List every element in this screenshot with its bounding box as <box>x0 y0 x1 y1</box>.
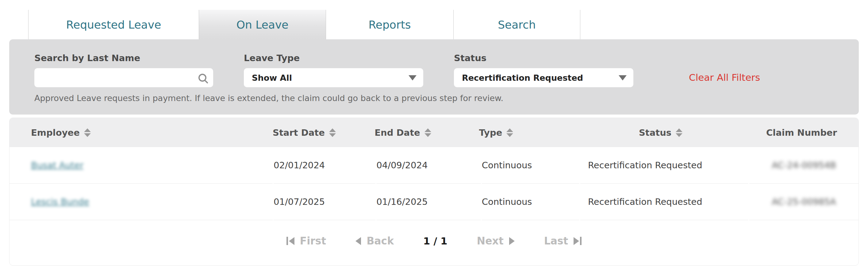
end-date-cell: 01/16/2025 <box>376 184 480 220</box>
claim-number-cell: AC-24-00954B <box>749 147 859 184</box>
column-header-status[interactable]: Status <box>577 128 745 138</box>
employee-cell: Lescis Bunde <box>9 184 273 220</box>
column-header-employee[interactable]: Employee <box>9 128 273 138</box>
filter-helper-text: Approved Leave requests in payment. If l… <box>34 93 859 103</box>
filter-panel: Search by Last Name Leave Type Show All … <box>9 39 859 115</box>
status-cell: Recertification Requested <box>580 184 748 220</box>
column-header-type[interactable]: Type <box>479 128 577 138</box>
pagination-next-button[interactable]: Next <box>477 235 515 247</box>
employee-link-redacted[interactable]: Lescis Bunde <box>31 197 89 207</box>
type-cell: Continuous <box>482 184 579 220</box>
claim-number-redacted: AC-25-00985A <box>772 197 836 207</box>
table-row: Lescis Bunde 01/07/2025 01/16/2025 Conti… <box>9 184 859 220</box>
pagination-back-label: Back <box>367 235 394 247</box>
column-header-label: Claim Number <box>766 128 837 138</box>
column-header-label: End Date <box>374 128 420 138</box>
sort-up-down-icon[interactable] <box>329 128 336 137</box>
claim-number-redacted: AC-24-00954B <box>772 160 836 170</box>
last-name-search-field <box>34 68 213 87</box>
column-header-label: Type <box>479 128 502 138</box>
triangle-left-icon <box>355 237 361 245</box>
tab-search[interactable]: Search <box>453 10 580 39</box>
column-header-claim-number: Claim Number <box>745 128 859 138</box>
chevron-down-icon <box>408 75 416 80</box>
status-selected-value: Recertification Requested <box>462 73 583 83</box>
pagination-next-label: Next <box>477 235 504 247</box>
table-row: Busat Auter 02/01/2024 04/09/2024 Contin… <box>9 147 859 184</box>
skip-to-last-icon <box>574 237 582 245</box>
pagination: First Back 1 / 1 Next Last <box>9 220 859 247</box>
column-header-label: Status <box>639 128 672 138</box>
column-header-end-date[interactable]: End Date <box>374 128 479 138</box>
skip-to-first-icon <box>286 237 294 245</box>
column-header-label: Employee <box>31 128 80 138</box>
leave-type-selected-value: Show All <box>252 73 292 83</box>
employee-link-redacted[interactable]: Busat Auter <box>31 160 84 170</box>
tab-requested-leave[interactable]: Requested Leave <box>28 10 199 39</box>
pagination-back-button[interactable]: Back <box>355 235 394 247</box>
tab-reports[interactable]: Reports <box>326 10 453 39</box>
pagination-last-button[interactable]: Last <box>544 235 582 247</box>
column-header-start-date[interactable]: Start Date <box>273 128 374 138</box>
chevron-down-icon <box>619 75 627 80</box>
clear-all-filters-link[interactable]: Clear All Filters <box>689 72 760 83</box>
pagination-last-label: Last <box>544 235 568 247</box>
start-date-cell: 02/01/2024 <box>274 147 375 184</box>
tab-on-leave[interactable]: On Leave <box>199 10 326 39</box>
leave-type-select[interactable]: Show All <box>244 68 423 87</box>
on-leave-table: Employee Start Date End Date Type Status… <box>9 118 859 266</box>
sort-up-down-icon[interactable] <box>84 128 91 137</box>
search-input[interactable] <box>42 68 198 87</box>
triangle-right-icon <box>509 237 515 245</box>
status-select[interactable]: Recertification Requested <box>454 68 633 87</box>
start-date-cell: 01/07/2025 <box>274 184 375 220</box>
pagination-first-button[interactable]: First <box>286 235 327 247</box>
sort-up-down-icon[interactable] <box>425 128 431 137</box>
status-cell: Recertification Requested <box>580 147 748 184</box>
search-icon[interactable] <box>198 74 207 82</box>
table-header-row: Employee Start Date End Date Type Status… <box>9 118 859 147</box>
pagination-first-label: First <box>300 235 327 247</box>
sort-up-down-icon[interactable] <box>676 128 682 137</box>
leave-type-label: Leave Type <box>244 53 423 63</box>
search-by-last-name-label: Search by Last Name <box>34 53 213 63</box>
claim-number-cell: AC-25-00985A <box>749 184 859 220</box>
type-cell: Continuous <box>482 147 579 184</box>
tab-bar: Requested Leave On Leave Reports Search <box>28 10 580 39</box>
page-indicator: 1 / 1 <box>423 235 447 247</box>
status-label: Status <box>454 53 633 63</box>
end-date-cell: 04/09/2024 <box>376 147 480 184</box>
employee-cell: Busat Auter <box>9 147 273 184</box>
sort-up-down-icon[interactable] <box>506 128 513 137</box>
column-header-label: Start Date <box>273 128 325 138</box>
